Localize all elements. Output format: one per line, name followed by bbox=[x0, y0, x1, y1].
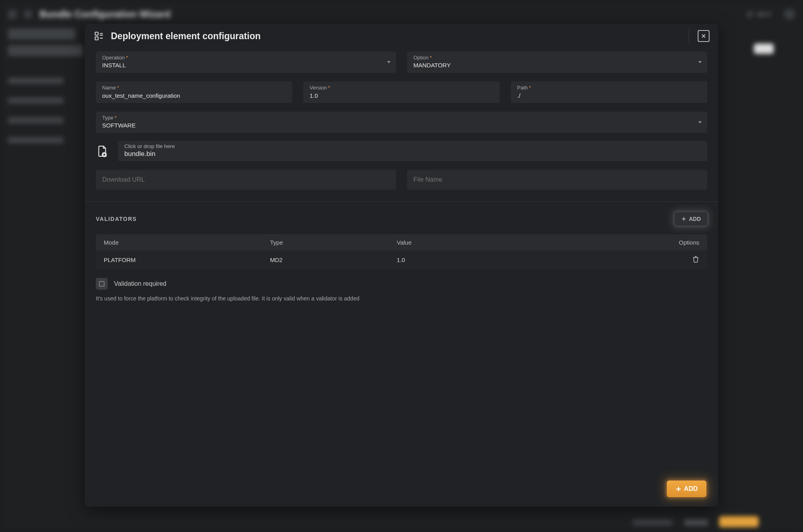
col-value: Value bbox=[397, 239, 664, 246]
add-button[interactable]: ADD bbox=[667, 481, 706, 497]
file-drop-hint: Click or drop file here bbox=[124, 143, 701, 149]
svg-rect-1 bbox=[95, 37, 98, 40]
validation-required-hint: It's used to force the platform to check… bbox=[96, 295, 707, 302]
option-select[interactable]: Option* MANDATORY bbox=[407, 51, 707, 73]
file-icon bbox=[96, 145, 108, 157]
plus-icon bbox=[681, 216, 687, 222]
svg-rect-0 bbox=[95, 32, 98, 35]
operation-select[interactable]: Operation* INSTALL bbox=[96, 51, 396, 73]
deployment-config-modal: Deployment element configuration Operati… bbox=[85, 24, 718, 507]
version-field[interactable] bbox=[310, 92, 493, 99]
close-button[interactable] bbox=[698, 30, 710, 42]
cell-type: MD2 bbox=[270, 256, 397, 263]
col-mode: Mode bbox=[104, 239, 270, 246]
section-divider bbox=[85, 201, 718, 202]
chevron-down-icon bbox=[698, 122, 702, 124]
validators-heading: VALIDATORS bbox=[96, 216, 137, 222]
modal-header: Deployment element configuration bbox=[85, 24, 718, 48]
modal-title: Deployment element configuration bbox=[111, 31, 261, 42]
validators-table: Mode Type Value Options PLATFORM MD2 1.0 bbox=[96, 234, 707, 269]
add-validator-button[interactable]: ADD bbox=[675, 212, 707, 226]
type-select[interactable]: Type* SOFTWARE bbox=[96, 112, 707, 133]
modal-overlay: Deployment element configuration Operati… bbox=[0, 0, 803, 532]
file-name-value: bundle.bin bbox=[124, 150, 701, 158]
version-input[interactable]: Version* bbox=[303, 82, 500, 103]
name-field[interactable] bbox=[102, 92, 286, 99]
name-input[interactable]: Name* bbox=[96, 82, 292, 103]
file-dropzone[interactable]: Click or drop file here bundle.bin bbox=[118, 141, 707, 161]
file-name-field[interactable] bbox=[413, 176, 701, 183]
plus-icon bbox=[676, 486, 681, 492]
col-type: Type bbox=[270, 239, 397, 246]
cell-mode: PLATFORM bbox=[104, 256, 270, 263]
validation-required-checkbox[interactable] bbox=[96, 278, 108, 290]
path-field[interactable] bbox=[517, 92, 701, 99]
modal-footer: ADD bbox=[85, 471, 718, 507]
validation-required-label: Validation required bbox=[114, 280, 166, 287]
download-url-input[interactable] bbox=[96, 170, 396, 190]
download-url-field[interactable] bbox=[102, 176, 390, 183]
table-row: PLATFORM MD2 1.0 bbox=[96, 251, 707, 269]
chevron-down-icon bbox=[698, 61, 702, 63]
chevron-down-icon bbox=[387, 61, 390, 63]
delete-validator-button[interactable] bbox=[692, 255, 699, 263]
file-name-input[interactable] bbox=[407, 170, 707, 190]
col-options: Options bbox=[664, 239, 699, 246]
form-icon bbox=[93, 30, 105, 42]
trash-icon bbox=[692, 255, 699, 263]
modal-body: Operation* INSTALL Option* MANDATORY Nam… bbox=[85, 48, 718, 471]
path-input[interactable]: Path* bbox=[511, 82, 707, 103]
cell-value: 1.0 bbox=[397, 256, 664, 263]
